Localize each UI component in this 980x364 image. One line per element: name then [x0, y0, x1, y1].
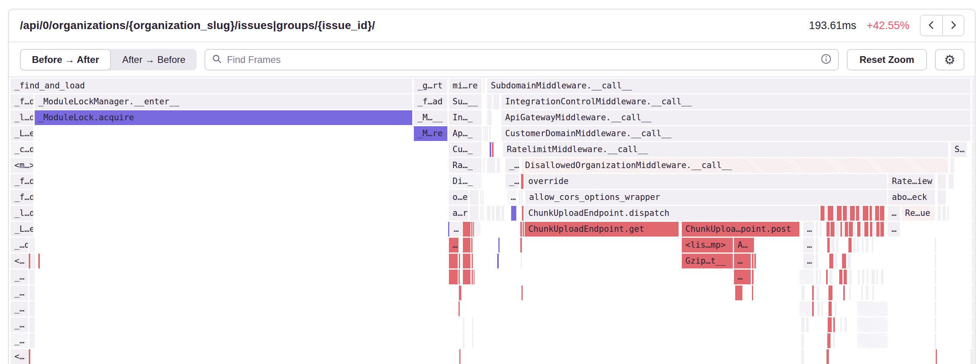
flame-frame[interactable] [827, 222, 830, 237]
flame-frame[interactable] [849, 286, 851, 300]
flame-frame[interactable]: abo…eck [888, 190, 935, 205]
flame-frame[interactable] [861, 286, 863, 300]
flame-frame[interactable]: … [507, 190, 517, 205]
flame-frame[interactable] [30, 270, 35, 284]
flame-frame[interactable] [485, 126, 486, 141]
flame-frame[interactable] [472, 333, 473, 348]
flame-frame[interactable] [819, 270, 821, 284]
flame-frame[interactable] [935, 286, 936, 300]
flame-frame[interactable]: _… [11, 301, 28, 316]
flame-frame[interactable]: Di…_ [449, 174, 482, 189]
flame-frame[interactable]: … [734, 270, 751, 284]
flame-frame[interactable]: _…d [11, 238, 28, 252]
flame-frame[interactable]: DisallowedOrganizationMiddleware.__call_… [521, 158, 948, 173]
flame-frame[interactable] [826, 270, 828, 284]
flame-frame[interactable] [470, 190, 478, 205]
flame-frame[interactable] [870, 206, 872, 221]
flame-frame[interactable] [752, 270, 754, 284]
flame-frame[interactable] [836, 222, 839, 237]
flame-frame[interactable]: ChunkUploadEndpoint.dispatch [525, 206, 819, 221]
flame-frame[interactable] [471, 238, 472, 252]
flame-frame[interactable] [857, 317, 888, 332]
flame-frame[interactable] [474, 270, 474, 284]
flame-frame[interactable] [470, 206, 478, 221]
flame-frame[interactable] [801, 333, 804, 348]
flame-frame[interactable] [483, 78, 484, 93]
flame-frame[interactable] [799, 301, 812, 316]
flame-frame[interactable] [825, 206, 827, 221]
flame-frame[interactable] [857, 222, 860, 237]
flame-frame[interactable] [482, 206, 484, 221]
flame-frame[interactable] [472, 254, 473, 268]
flame-frame[interactable]: … [803, 254, 814, 268]
flame-frame[interactable] [867, 270, 868, 284]
flame-frame[interactable]: _M…re [414, 126, 447, 141]
flame-frame[interactable] [857, 333, 888, 348]
flame-frame[interactable] [828, 301, 832, 316]
flame-frame[interactable] [483, 126, 484, 141]
flame-frame[interactable]: <lis…mp> [682, 238, 733, 252]
flame-frame[interactable] [972, 158, 974, 173]
flame-frame[interactable] [817, 286, 819, 300]
flame-frame[interactable] [816, 254, 818, 268]
flame-frame[interactable] [876, 270, 878, 284]
flame-frame[interactable] [799, 270, 814, 284]
flame-frame[interactable]: _L…e [11, 126, 33, 141]
flame-frame[interactable]: In…_ [449, 110, 482, 125]
flame-frame[interactable] [487, 158, 495, 173]
flame-frame[interactable]: _l…d [11, 110, 33, 125]
flame-frame[interactable]: IntegrationControlMiddleware.__call__ [502, 94, 970, 109]
flame-frame[interactable] [487, 126, 488, 141]
flame-frame[interactable] [821, 301, 823, 316]
flame-frame[interactable] [861, 222, 864, 237]
flame-frame[interactable]: _l…d [11, 206, 33, 221]
flame-frame[interactable]: _… [11, 317, 28, 332]
flame-frame[interactable]: o…e [449, 190, 468, 205]
flame-frame[interactable]: _… [506, 174, 519, 189]
flame-frame[interactable] [490, 142, 491, 157]
flame-frame[interactable] [829, 270, 832, 284]
flame-frame[interactable] [489, 126, 491, 141]
flame-frame[interactable] [480, 190, 482, 205]
flame-frame[interactable] [972, 110, 974, 125]
flame-frame[interactable] [498, 238, 500, 252]
flame-frame[interactable] [844, 317, 847, 332]
flame-frame[interactable]: Su…__ [449, 94, 482, 109]
flame-frame[interactable] [972, 190, 974, 205]
flame-frame[interactable]: … [803, 222, 814, 237]
flame-frame[interactable] [29, 349, 30, 364]
flame-frame[interactable] [493, 94, 499, 109]
flame-frame[interactable] [843, 286, 845, 300]
flame-frame[interactable] [754, 254, 756, 268]
flame-frame[interactable] [849, 270, 852, 284]
flame-frame[interactable] [856, 206, 859, 221]
flame-frame[interactable]: … [803, 238, 814, 252]
flame-frame[interactable] [935, 317, 936, 332]
flame-frame[interactable] [511, 206, 516, 221]
flame-frame[interactable]: override [525, 174, 887, 189]
flame-frame[interactable]: <m…> [11, 158, 33, 173]
flame-frame[interactable] [935, 270, 936, 284]
flame-frame[interactable] [833, 317, 835, 332]
next-button[interactable] [942, 16, 964, 35]
flame-frame[interactable] [972, 317, 974, 332]
flame-frame[interactable] [492, 142, 494, 157]
flame-frame[interactable] [862, 270, 864, 284]
flame-frame[interactable] [845, 222, 848, 237]
flame-frame[interactable]: ChunkUploa…point.post [682, 222, 799, 237]
flame-frame[interactable]: <… [11, 254, 28, 268]
flame-frame[interactable]: _… [11, 270, 28, 284]
flame-frame[interactable] [472, 270, 473, 284]
flame-frame[interactable] [463, 317, 464, 332]
settings-button[interactable]: ⚙ [935, 49, 964, 70]
flame-frame[interactable] [480, 206, 482, 221]
flame-frame[interactable] [848, 238, 852, 252]
flame-frame[interactable] [972, 206, 974, 221]
flame-frame[interactable] [463, 270, 470, 284]
flame-frame[interactable] [873, 206, 874, 221]
flame-frame[interactable] [972, 94, 974, 109]
flame-frame[interactable] [482, 190, 484, 205]
flame-frame[interactable]: SubdomainMiddleware.__call__ [487, 78, 970, 93]
flame-frame[interactable] [816, 238, 818, 252]
flame-frame[interactable] [502, 206, 504, 221]
